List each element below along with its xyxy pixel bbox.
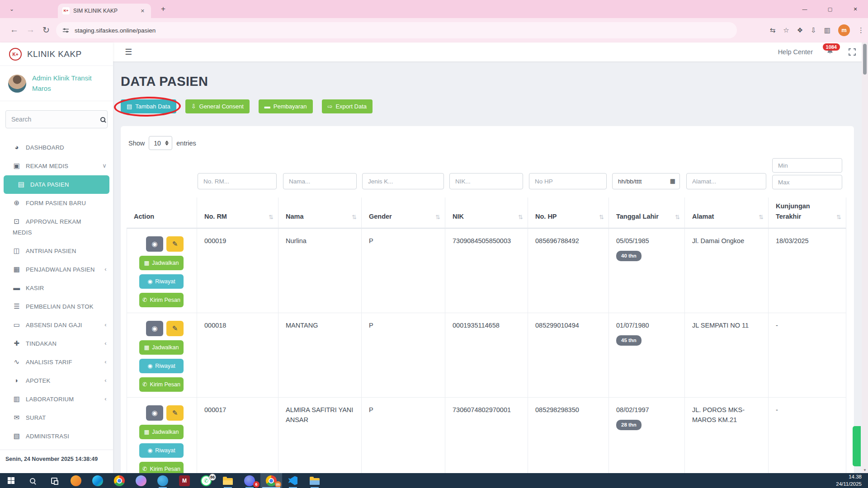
browser-profile-avatar[interactable]: m xyxy=(838,24,850,36)
taskbar-app-copilot[interactable] xyxy=(130,473,152,488)
column-header[interactable]: Tanggal Lahir ⇅ xyxy=(609,197,685,229)
tambah-data-button[interactable]: ▤ Tambah Data xyxy=(121,99,176,113)
sort-icon[interactable]: ⇅ xyxy=(266,213,274,222)
taskbar-clock[interactable]: 14.38 24/11/2025 xyxy=(836,474,868,488)
taskbar-app-files[interactable] xyxy=(304,473,326,488)
column-header[interactable]: Gender ⇅ xyxy=(362,197,445,229)
forward-icon[interactable]: → xyxy=(26,25,35,35)
sidebar-item[interactable]: ▤DATA PASIEN xyxy=(4,175,109,194)
reload-icon[interactable]: ↻ xyxy=(42,25,50,35)
jadwalkan-button[interactable]: ▦Jadwalkan xyxy=(139,340,184,355)
sort-icon[interactable]: ⇅ xyxy=(756,213,764,222)
sidebar-item[interactable]: ▭ABSENSI DAN GAJI ‹ xyxy=(0,316,113,334)
floating-widget-tab[interactable] xyxy=(853,426,861,466)
filter-jenis-kelamin-input[interactable] xyxy=(362,173,444,189)
maximize-button[interactable]: ▢ xyxy=(817,0,843,18)
fullscreen-icon[interactable] xyxy=(848,48,856,56)
sidebar-item[interactable]: ☰PEMBELIAN DAN STOK xyxy=(0,297,113,316)
side-panel-icon[interactable]: ▥ xyxy=(824,26,830,34)
sidebar-item[interactable]: ◫ANTRIAN PASIEN xyxy=(0,242,113,260)
browser-tab[interactable]: K+ SIM KLINIK KAKP ✕ xyxy=(58,4,151,18)
column-header[interactable]: Nama ⇅ xyxy=(278,197,362,229)
taskbar-app-discord[interactable]: 6 xyxy=(239,473,260,488)
site-settings-tune-icon[interactable] xyxy=(62,27,69,34)
entries-select[interactable]: 10 xyxy=(149,136,172,150)
filter-nik-input[interactable] xyxy=(449,173,523,189)
riwayat-button[interactable]: ◉Riwayat xyxy=(139,274,184,289)
filter-no-rm-input[interactable] xyxy=(198,173,277,189)
riwayat-button[interactable]: ◉Riwayat xyxy=(139,443,184,458)
edit-button[interactable]: ✎ xyxy=(166,405,184,421)
taskbar-app-chrome-active[interactable]: m xyxy=(260,473,282,488)
column-header[interactable]: Kunjungan Terakhir ⇅ xyxy=(769,197,846,229)
taskbar-file-explorer[interactable] xyxy=(217,473,239,488)
tab-search-chevron-icon[interactable]: ⌄ xyxy=(5,4,18,14)
help-center-link[interactable]: Help Center xyxy=(778,48,813,56)
filter-alamat-input[interactable] xyxy=(686,173,766,189)
extensions-puzzle-icon[interactable]: ❖ xyxy=(797,26,803,34)
kebab-menu-icon[interactable]: ⋮ xyxy=(858,26,864,34)
column-header[interactable]: No. RM ⇅ xyxy=(197,197,278,229)
sort-icon[interactable]: ⇅ xyxy=(834,213,841,222)
filter-min-input[interactable] xyxy=(772,158,842,173)
jadwalkan-button[interactable]: ▦Jadwalkan xyxy=(139,425,184,439)
scrollbar-thumb[interactable] xyxy=(863,44,867,75)
sidebar-item[interactable]: ∿ANALISIS TARIF ‹ xyxy=(0,353,113,371)
user-profile[interactable]: Admin Klinik Transit Maros xyxy=(0,66,113,101)
taskbar-app-whatsapp[interactable]: ✆ 86 xyxy=(195,473,217,488)
edit-button[interactable]: ✎ xyxy=(166,321,184,336)
tab-close-icon[interactable]: ✕ xyxy=(139,7,146,15)
sidebar-item[interactable]: ⊡APPROVAL REKAM MEDIS xyxy=(0,212,113,242)
back-icon[interactable]: ← xyxy=(10,25,19,35)
minimize-button[interactable]: — xyxy=(792,0,817,18)
view-button[interactable]: ◉ xyxy=(146,321,163,336)
column-header[interactable]: Action ⇅ xyxy=(127,197,197,229)
sort-icon[interactable]: ⇅ xyxy=(596,213,604,222)
sort-icon[interactable]: ⇅ xyxy=(515,213,523,222)
downloads-icon[interactable]: ⇩ xyxy=(811,26,816,34)
view-button[interactable]: ◉ xyxy=(146,405,163,421)
column-header[interactable]: No. HP ⇅ xyxy=(528,197,609,229)
export-data-button[interactable]: ⇨ Export Data xyxy=(322,99,373,113)
scrollbar-down-arrow-icon[interactable]: ▼ xyxy=(862,468,868,472)
sidebar-item[interactable]: ▥LABORATORIUM ‹ xyxy=(0,390,113,408)
sidebar-item[interactable]: ✉SURAT xyxy=(0,408,113,427)
taskbar-app-edge[interactable] xyxy=(87,473,108,488)
sidebar-item[interactable]: ▧ADMINISTRASI xyxy=(0,427,113,446)
riwayat-button[interactable]: ◉Riwayat xyxy=(139,359,184,373)
sidebar-item[interactable]: ▬KASIR xyxy=(0,279,113,297)
filter-nama-input[interactable] xyxy=(283,173,357,189)
start-button[interactable] xyxy=(0,473,22,488)
taskbar-app-elephant[interactable] xyxy=(152,473,174,488)
search-input[interactable] xyxy=(6,116,99,123)
bookmark-star-icon[interactable]: ☆ xyxy=(783,26,789,34)
kirim-pesan-button[interactable]: ✆Kirim Pesan xyxy=(139,377,184,392)
kirim-pesan-button[interactable]: ✆Kirim Pesan xyxy=(139,293,184,307)
task-view-button[interactable] xyxy=(43,473,65,488)
notifications-bell[interactable]: 1084 xyxy=(826,48,835,56)
sort-icon[interactable]: ⇅ xyxy=(349,213,357,222)
column-header[interactable]: NIK ⇅ xyxy=(445,197,528,229)
hamburger-menu-icon[interactable]: ☰ xyxy=(125,47,132,57)
translate-icon[interactable]: ⇆ xyxy=(770,26,776,34)
page-scrollbar[interactable]: ▼ xyxy=(862,42,868,473)
close-button[interactable]: ✕ xyxy=(843,0,868,18)
sidebar-item[interactable]: ◕DASHBOARD xyxy=(0,138,113,157)
sidebar-item[interactable]: ◗APOTEK ‹ xyxy=(0,371,113,390)
taskbar-search-button[interactable] xyxy=(22,473,43,488)
column-header[interactable]: Alamat ⇅ xyxy=(685,197,769,229)
sort-icon[interactable]: ⇅ xyxy=(672,213,680,222)
sidebar-item[interactable]: ⊕FORM PASIEN BARU xyxy=(0,194,113,212)
edit-button[interactable]: ✎ xyxy=(166,236,184,252)
taskbar-app-fox[interactable] xyxy=(65,473,87,488)
filter-no-hp-input[interactable] xyxy=(529,173,607,189)
jadwalkan-button[interactable]: ▦Jadwalkan xyxy=(139,256,184,270)
address-bar[interactable]: staging.sifaskes.online/pasien xyxy=(56,22,737,38)
sidebar-item[interactable]: ▣REKAM MEDIS ∨ xyxy=(0,157,113,175)
new-tab-button[interactable]: + xyxy=(157,5,169,14)
sidebar-item[interactable]: ✚TINDAKAN ‹ xyxy=(0,334,113,353)
filter-max-input[interactable] xyxy=(772,175,842,189)
taskbar-app-mendeley[interactable]: M xyxy=(174,473,195,488)
calendar-icon[interactable]: ▦ xyxy=(670,178,675,184)
taskbar-app-vscode[interactable] xyxy=(282,473,304,488)
